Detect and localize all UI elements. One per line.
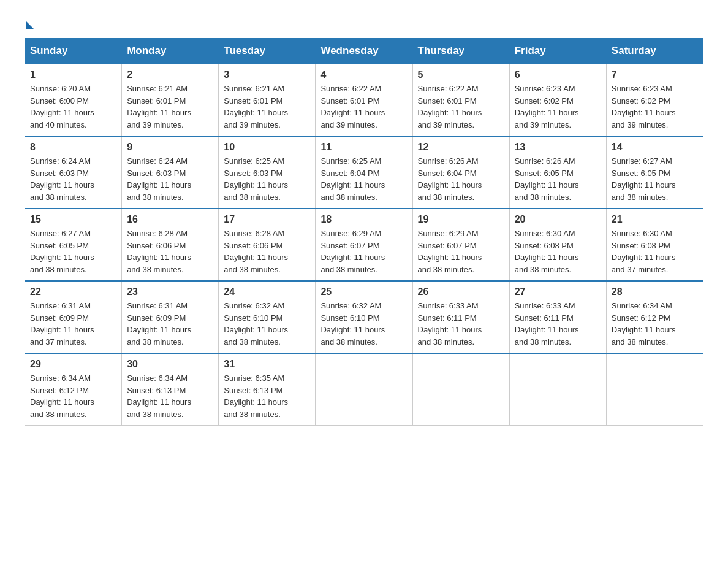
calendar-day-cell: 7 Sunrise: 6:23 AM Sunset: 6:02 PM Dayli… xyxy=(606,64,703,136)
calendar-header-friday: Friday xyxy=(509,39,606,64)
calendar-header-tuesday: Tuesday xyxy=(219,39,316,64)
day-number: 11 xyxy=(320,142,407,153)
calendar-day-cell: 30 Sunrise: 6:34 AM Sunset: 6:13 PM Dayl… xyxy=(122,353,219,426)
page-header xyxy=(25,18,703,26)
calendar-day-cell: 24 Sunrise: 6:32 AM Sunset: 6:10 PM Dayl… xyxy=(219,281,316,353)
day-number: 15 xyxy=(30,214,116,225)
calendar-header-wednesday: Wednesday xyxy=(316,39,412,64)
calendar-day-cell xyxy=(316,353,412,426)
day-info: Sunrise: 6:27 AM Sunset: 6:05 PM Dayligh… xyxy=(612,155,698,203)
day-number: 30 xyxy=(127,359,213,370)
calendar-day-cell xyxy=(412,353,509,426)
calendar-day-cell: 9 Sunrise: 6:24 AM Sunset: 6:03 PM Dayli… xyxy=(122,136,219,209)
day-info: Sunrise: 6:32 AM Sunset: 6:10 PM Dayligh… xyxy=(224,300,310,348)
day-number: 8 xyxy=(30,142,116,153)
calendar-table: SundayMondayTuesdayWednesdayThursdayFrid… xyxy=(25,38,703,426)
day-info: Sunrise: 6:28 AM Sunset: 6:06 PM Dayligh… xyxy=(127,228,213,275)
calendar-day-cell: 22 Sunrise: 6:31 AM Sunset: 6:09 PM Dayl… xyxy=(25,281,122,353)
day-info: Sunrise: 6:26 AM Sunset: 6:04 PM Dayligh… xyxy=(418,155,504,203)
calendar-day-cell: 26 Sunrise: 6:33 AM Sunset: 6:11 PM Dayl… xyxy=(412,281,509,353)
calendar-day-cell: 23 Sunrise: 6:31 AM Sunset: 6:09 PM Dayl… xyxy=(122,281,219,353)
calendar-week-row: 1 Sunrise: 6:20 AM Sunset: 6:00 PM Dayli… xyxy=(25,64,703,136)
day-number: 16 xyxy=(127,214,213,225)
day-number: 18 xyxy=(320,214,407,225)
day-number: 23 xyxy=(127,286,213,297)
day-info: Sunrise: 6:28 AM Sunset: 6:06 PM Dayligh… xyxy=(224,228,310,275)
day-info: Sunrise: 6:23 AM Sunset: 6:02 PM Dayligh… xyxy=(612,83,698,131)
day-info: Sunrise: 6:30 AM Sunset: 6:08 PM Dayligh… xyxy=(612,228,698,275)
day-number: 29 xyxy=(30,359,116,370)
day-info: Sunrise: 6:20 AM Sunset: 6:00 PM Dayligh… xyxy=(30,83,116,131)
day-number: 13 xyxy=(515,142,601,153)
day-number: 31 xyxy=(224,359,310,370)
calendar-day-cell: 4 Sunrise: 6:22 AM Sunset: 6:01 PM Dayli… xyxy=(316,64,412,136)
calendar-day-cell: 1 Sunrise: 6:20 AM Sunset: 6:00 PM Dayli… xyxy=(25,64,122,136)
day-info: Sunrise: 6:24 AM Sunset: 6:03 PM Dayligh… xyxy=(30,155,116,203)
calendar-header-saturday: Saturday xyxy=(606,39,703,64)
calendar-day-cell: 13 Sunrise: 6:26 AM Sunset: 6:05 PM Dayl… xyxy=(509,136,606,209)
day-number: 21 xyxy=(612,214,698,225)
day-info: Sunrise: 6:34 AM Sunset: 6:12 PM Dayligh… xyxy=(612,300,698,348)
day-number: 12 xyxy=(418,142,504,153)
day-number: 10 xyxy=(224,142,310,153)
calendar-week-row: 8 Sunrise: 6:24 AM Sunset: 6:03 PM Dayli… xyxy=(25,136,703,209)
day-info: Sunrise: 6:35 AM Sunset: 6:13 PM Dayligh… xyxy=(224,372,310,420)
day-number: 9 xyxy=(127,142,213,153)
calendar-day-cell: 8 Sunrise: 6:24 AM Sunset: 6:03 PM Dayli… xyxy=(25,136,122,209)
calendar-day-cell: 16 Sunrise: 6:28 AM Sunset: 6:06 PM Dayl… xyxy=(122,209,219,281)
day-info: Sunrise: 6:24 AM Sunset: 6:03 PM Dayligh… xyxy=(127,155,213,203)
day-number: 7 xyxy=(612,69,698,80)
day-number: 2 xyxy=(127,69,213,80)
day-info: Sunrise: 6:26 AM Sunset: 6:05 PM Dayligh… xyxy=(515,155,601,203)
calendar-week-row: 29 Sunrise: 6:34 AM Sunset: 6:12 PM Dayl… xyxy=(25,353,703,426)
calendar-day-cell: 25 Sunrise: 6:32 AM Sunset: 6:10 PM Dayl… xyxy=(316,281,412,353)
calendar-day-cell: 19 Sunrise: 6:29 AM Sunset: 6:07 PM Dayl… xyxy=(412,209,509,281)
day-number: 28 xyxy=(612,286,698,297)
day-info: Sunrise: 6:21 AM Sunset: 6:01 PM Dayligh… xyxy=(127,83,213,131)
calendar-day-cell: 6 Sunrise: 6:23 AM Sunset: 6:02 PM Dayli… xyxy=(509,64,606,136)
day-number: 1 xyxy=(30,69,116,80)
day-number: 3 xyxy=(224,69,310,80)
calendar-header-row: SundayMondayTuesdayWednesdayThursdayFrid… xyxy=(25,39,703,64)
day-info: Sunrise: 6:23 AM Sunset: 6:02 PM Dayligh… xyxy=(515,83,601,131)
calendar-week-row: 22 Sunrise: 6:31 AM Sunset: 6:09 PM Dayl… xyxy=(25,281,703,353)
day-number: 6 xyxy=(515,69,601,80)
day-number: 5 xyxy=(418,69,504,80)
calendar-day-cell: 15 Sunrise: 6:27 AM Sunset: 6:05 PM Dayl… xyxy=(25,209,122,281)
day-number: 26 xyxy=(418,286,504,297)
calendar-day-cell: 18 Sunrise: 6:29 AM Sunset: 6:07 PM Dayl… xyxy=(316,209,412,281)
day-number: 22 xyxy=(30,286,116,297)
calendar-day-cell: 5 Sunrise: 6:22 AM Sunset: 6:01 PM Dayli… xyxy=(412,64,509,136)
calendar-day-cell xyxy=(509,353,606,426)
calendar-header-thursday: Thursday xyxy=(412,39,509,64)
day-number: 24 xyxy=(224,286,310,297)
day-info: Sunrise: 6:22 AM Sunset: 6:01 PM Dayligh… xyxy=(418,83,504,131)
day-number: 4 xyxy=(320,69,407,80)
calendar-day-cell: 2 Sunrise: 6:21 AM Sunset: 6:01 PM Dayli… xyxy=(122,64,219,136)
logo-arrow-icon xyxy=(26,21,34,29)
day-info: Sunrise: 6:31 AM Sunset: 6:09 PM Dayligh… xyxy=(30,300,116,348)
calendar-week-row: 15 Sunrise: 6:27 AM Sunset: 6:05 PM Dayl… xyxy=(25,209,703,281)
day-number: 25 xyxy=(320,286,407,297)
calendar-day-cell: 21 Sunrise: 6:30 AM Sunset: 6:08 PM Dayl… xyxy=(606,209,703,281)
day-info: Sunrise: 6:25 AM Sunset: 6:03 PM Dayligh… xyxy=(224,155,310,203)
day-info: Sunrise: 6:22 AM Sunset: 6:01 PM Dayligh… xyxy=(320,83,407,131)
day-info: Sunrise: 6:34 AM Sunset: 6:13 PM Dayligh… xyxy=(127,372,213,420)
day-info: Sunrise: 6:25 AM Sunset: 6:04 PM Dayligh… xyxy=(320,155,407,203)
calendar-day-cell: 20 Sunrise: 6:30 AM Sunset: 6:08 PM Dayl… xyxy=(509,209,606,281)
calendar-day-cell: 27 Sunrise: 6:33 AM Sunset: 6:11 PM Dayl… xyxy=(509,281,606,353)
day-info: Sunrise: 6:29 AM Sunset: 6:07 PM Dayligh… xyxy=(320,228,407,275)
day-info: Sunrise: 6:31 AM Sunset: 6:09 PM Dayligh… xyxy=(127,300,213,348)
day-number: 27 xyxy=(515,286,601,297)
logo xyxy=(25,18,34,26)
day-info: Sunrise: 6:30 AM Sunset: 6:08 PM Dayligh… xyxy=(515,228,601,275)
day-info: Sunrise: 6:33 AM Sunset: 6:11 PM Dayligh… xyxy=(418,300,504,348)
day-info: Sunrise: 6:27 AM Sunset: 6:05 PM Dayligh… xyxy=(30,228,116,275)
day-info: Sunrise: 6:32 AM Sunset: 6:10 PM Dayligh… xyxy=(320,300,407,348)
calendar-day-cell: 17 Sunrise: 6:28 AM Sunset: 6:06 PM Dayl… xyxy=(219,209,316,281)
day-info: Sunrise: 6:34 AM Sunset: 6:12 PM Dayligh… xyxy=(30,372,116,420)
day-info: Sunrise: 6:33 AM Sunset: 6:11 PM Dayligh… xyxy=(515,300,601,348)
calendar-day-cell: 29 Sunrise: 6:34 AM Sunset: 6:12 PM Dayl… xyxy=(25,353,122,426)
calendar-day-cell: 12 Sunrise: 6:26 AM Sunset: 6:04 PM Dayl… xyxy=(412,136,509,209)
day-number: 14 xyxy=(612,142,698,153)
